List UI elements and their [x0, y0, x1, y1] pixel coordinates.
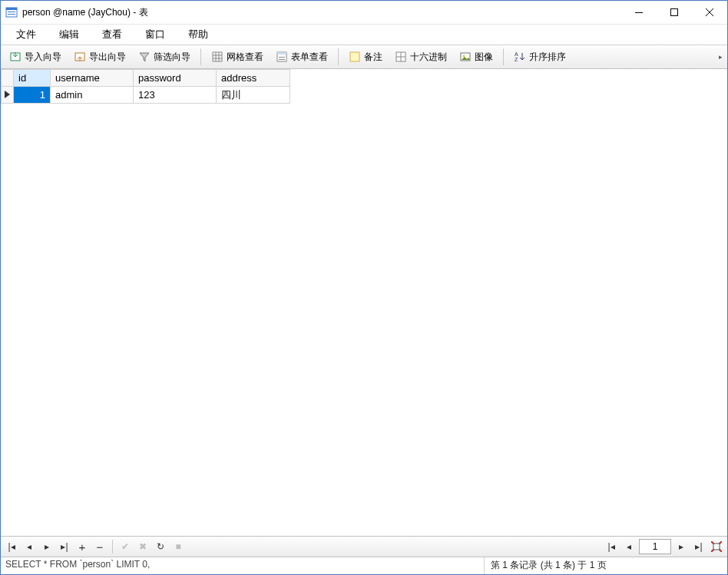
- export-wizard-button[interactable]: 导出向导: [68, 48, 131, 66]
- window-title: person @name (JayChou) - 表: [22, 6, 148, 19]
- chevron-right-icon: ▸: [719, 53, 723, 61]
- grid-view-button[interactable]: 网格查看: [206, 48, 269, 66]
- nav-first-button[interactable]: |◂: [4, 539, 19, 554]
- nav-separator: [112, 540, 113, 554]
- plus-icon: +: [79, 540, 86, 554]
- cell-address[interactable]: 四川: [217, 87, 290, 104]
- svg-rect-16: [277, 52, 286, 55]
- page-settings-button[interactable]: [709, 539, 724, 554]
- svg-rect-17: [279, 57, 285, 58]
- menubar: 文件 编辑 查看 窗口 帮助: [1, 25, 727, 45]
- cell-id[interactable]: 1: [14, 87, 51, 104]
- menu-help[interactable]: 帮助: [177, 25, 219, 45]
- toolbar-separator: [503, 48, 504, 65]
- minimize-button[interactable]: [621, 1, 657, 24]
- form-view-label: 表单查看: [291, 51, 328, 64]
- page-first-button[interactable]: |◂: [604, 539, 619, 554]
- cross-icon: ✖: [139, 541, 147, 552]
- import-wizard-button[interactable]: 导入向导: [4, 48, 67, 66]
- first-icon: |◂: [8, 541, 15, 552]
- menu-edit[interactable]: 编辑: [48, 25, 90, 45]
- svg-text:A: A: [515, 51, 518, 57]
- column-header-address[interactable]: address: [217, 70, 290, 87]
- column-header-password[interactable]: password: [134, 70, 217, 87]
- nav-apply-button[interactable]: ✔: [117, 539, 133, 554]
- svg-rect-19: [350, 52, 359, 61]
- refresh-icon: ↻: [157, 541, 164, 552]
- nav-refresh-button[interactable]: ↻: [153, 539, 168, 554]
- form-icon: [276, 51, 288, 63]
- minus-icon: −: [97, 540, 104, 554]
- page-prev-icon: ◂: [627, 541, 631, 552]
- page-number-input[interactable]: 1: [639, 539, 671, 554]
- page-last-icon: ▸|: [695, 541, 702, 552]
- image-label: 图像: [475, 51, 493, 64]
- header-row: id username password address: [2, 70, 290, 87]
- nav-stop-button[interactable]: ■: [170, 539, 186, 554]
- status-sql: SELECT * FROM `person` LIMIT 0,: [1, 557, 485, 574]
- grid-icon: [211, 51, 223, 63]
- cell-password[interactable]: 123: [134, 87, 217, 104]
- table-row[interactable]: 1 admin 123 四川: [2, 87, 290, 104]
- nav-prev-button[interactable]: ◂: [22, 539, 37, 554]
- export-wizard-label: 导出向导: [89, 51, 126, 64]
- nav-next-button[interactable]: ▸: [39, 539, 55, 554]
- svg-rect-5: [671, 9, 678, 16]
- svg-text:Z: Z: [515, 57, 518, 62]
- sort-asc-button[interactable]: AZ 升序排序: [508, 48, 571, 66]
- image-button[interactable]: 图像: [454, 48, 498, 66]
- cell-username[interactable]: admin: [51, 87, 134, 104]
- filter-wizard-button[interactable]: 筛选向导: [133, 48, 196, 66]
- maximize-button[interactable]: [657, 1, 692, 24]
- app-icon: [5, 6, 18, 18]
- menu-window[interactable]: 窗口: [134, 25, 176, 45]
- svg-rect-18: [279, 59, 285, 60]
- row-header-corner[interactable]: [2, 70, 14, 87]
- minimize-icon: [635, 8, 643, 16]
- export-icon: [74, 51, 86, 63]
- page-prev-button[interactable]: ◂: [621, 539, 637, 554]
- hex-button[interactable]: 十六进制: [389, 48, 452, 66]
- close-icon: [706, 8, 713, 16]
- menu-file[interactable]: 文件: [5, 25, 47, 45]
- sort-asc-label: 升序排序: [529, 51, 566, 64]
- column-header-id[interactable]: id: [14, 70, 51, 87]
- svg-rect-2: [8, 12, 15, 12]
- svg-rect-1: [6, 8, 17, 10]
- import-icon: [9, 51, 22, 63]
- page-last-button[interactable]: ▸|: [691, 539, 706, 554]
- toolbar-overflow-button[interactable]: ▸: [716, 53, 724, 61]
- toolbar-separator: [200, 48, 201, 65]
- nav-delete-button[interactable]: −: [92, 539, 108, 554]
- svg-rect-4: [635, 12, 643, 13]
- image-icon: [459, 51, 472, 63]
- sort-asc-icon: AZ: [514, 51, 526, 63]
- form-view-button[interactable]: 表单查看: [270, 48, 333, 66]
- nav-last-button[interactable]: ▸|: [57, 539, 72, 554]
- last-icon: ▸|: [61, 541, 68, 552]
- record-navbar: |◂ ◂ ▸ ▸| + − ✔ ✖ ↻ ■ |◂ ◂ 1 ▸ ▸|: [1, 536, 727, 557]
- menu-view[interactable]: 查看: [91, 25, 133, 45]
- page-next-icon: ▸: [679, 541, 683, 552]
- svg-rect-3: [8, 14, 15, 15]
- app-window: person @name (JayChou) - 表 文件 编辑 查看 窗口 帮…: [0, 0, 728, 575]
- remarks-label: 备注: [364, 51, 382, 64]
- hex-label: 十六进制: [410, 51, 447, 64]
- filter-icon: [138, 51, 151, 63]
- check-icon: ✔: [121, 541, 129, 552]
- row-indicator[interactable]: [2, 87, 14, 104]
- titlebar: person @name (JayChou) - 表: [1, 1, 727, 25]
- remarks-button[interactable]: 备注: [343, 48, 388, 66]
- note-icon: [349, 51, 361, 63]
- page-next-button[interactable]: ▸: [673, 539, 689, 554]
- maximize-icon: [670, 8, 678, 16]
- current-row-pointer-icon: [5, 91, 10, 98]
- nav-add-button[interactable]: +: [74, 539, 90, 554]
- data-grid[interactable]: id username password address 1 admin 123…: [1, 69, 727, 536]
- svg-rect-29: [713, 544, 720, 550]
- settings-icon: [711, 541, 722, 552]
- grid-view-label: 网格查看: [227, 51, 263, 64]
- column-header-username[interactable]: username: [51, 70, 134, 87]
- close-button[interactable]: [692, 1, 727, 24]
- nav-cancel-button[interactable]: ✖: [135, 539, 151, 554]
